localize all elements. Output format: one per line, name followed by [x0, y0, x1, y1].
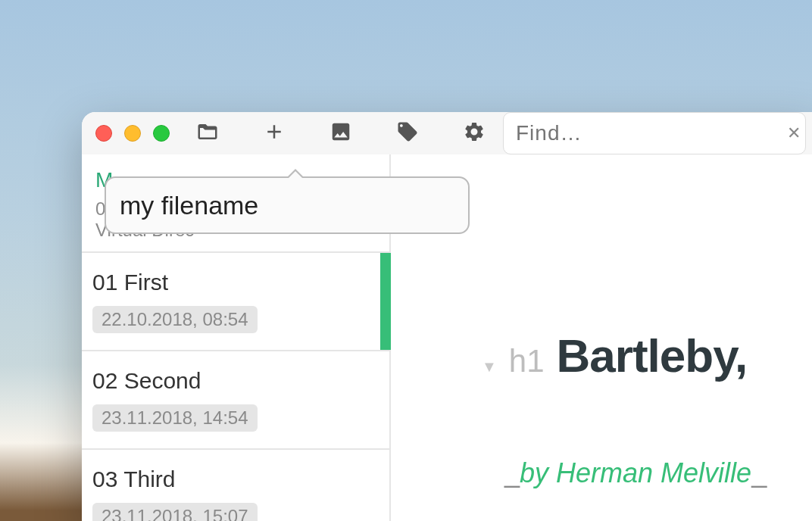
insert-image-button[interactable] [326, 118, 356, 148]
file-date-label: 22.10.2018, 08:54 [92, 306, 258, 333]
gear-icon [463, 120, 486, 146]
file-list: 01 First 22.10.2018, 08:54 02 Second 23.… [82, 253, 389, 521]
byline-text: by Herman Melville [520, 457, 751, 488]
tags-button[interactable] [392, 118, 423, 148]
new-file-button[interactable] [259, 118, 289, 148]
file-name-label: 01 First [92, 270, 376, 295]
titlebar: ✕ [82, 112, 812, 154]
filename-input[interactable] [120, 191, 454, 220]
tag-icon [396, 120, 419, 146]
zoom-window-button[interactable] [153, 125, 170, 142]
file-name-label: 03 Third [92, 466, 376, 492]
open-folder-button[interactable] [192, 118, 223, 148]
window-controls [95, 125, 170, 142]
settings-button[interactable] [459, 118, 489, 148]
heading-level-label: h1 [509, 343, 545, 379]
app-window: ✕ M 0 Directories — 10 Files — 0 Virtual… [82, 112, 812, 521]
heading-line: ▼ h1 Bartleby, [482, 329, 812, 382]
file-date-label: 23.11.2018, 15:07 [92, 503, 258, 521]
plus-icon [263, 120, 286, 146]
clear-search-icon[interactable]: ✕ [787, 123, 801, 143]
file-date-label: 23.11.2018, 14:54 [92, 404, 258, 432]
emphasis-marker: _ [751, 457, 767, 488]
close-window-button[interactable] [95, 125, 112, 142]
minimize-window-button[interactable] [124, 125, 141, 142]
document-title[interactable]: Bartleby, [557, 329, 748, 382]
toolbar [192, 118, 489, 148]
file-name-label: 02 Second [92, 368, 376, 394]
byline[interactable]: _by Herman Melville_ [504, 457, 812, 489]
folder-open-icon [196, 120, 219, 146]
list-item[interactable]: 01 First 22.10.2018, 08:54 [82, 253, 389, 351]
list-item[interactable]: 03 Third 23.11.2018, 15:07 [82, 450, 389, 521]
search-field[interactable]: ✕ [503, 112, 806, 154]
emphasis-marker: _ [504, 457, 520, 488]
fold-chevron-icon[interactable]: ▼ [482, 358, 497, 376]
new-file-popup [105, 176, 470, 234]
image-icon [329, 120, 352, 146]
search-input[interactable] [516, 121, 787, 145]
list-item[interactable]: 02 Second 23.11.2018, 14:54 [82, 351, 389, 450]
